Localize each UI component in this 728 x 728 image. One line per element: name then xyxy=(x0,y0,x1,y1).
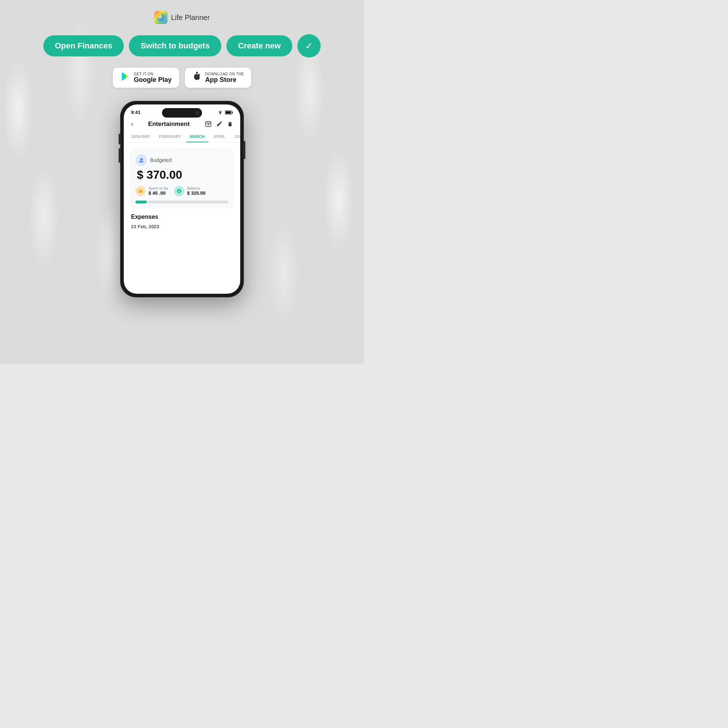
back-button[interactable]: ‹ xyxy=(131,120,133,128)
svg-point-14 xyxy=(140,158,142,160)
expenses-title: Expenses xyxy=(131,214,233,220)
delete-icon[interactable] xyxy=(227,121,233,128)
tab-january[interactable]: JANUARY xyxy=(127,132,154,142)
svg-line-13 xyxy=(209,123,210,124)
app-store-small: Download on the xyxy=(205,72,244,76)
tab-march[interactable]: MARCH xyxy=(186,132,208,142)
calendar-icon[interactable] xyxy=(205,121,212,128)
tab-april[interactable]: APRIL xyxy=(210,132,229,142)
svg-point-3 xyxy=(196,72,198,74)
budget-card: Budgeted $ 370.00 xyxy=(130,148,234,209)
svg-rect-16 xyxy=(139,190,143,193)
create-new-button[interactable]: Create new xyxy=(226,35,292,57)
power-button xyxy=(244,141,245,159)
switch-to-budgets-button[interactable]: Switch to budgets xyxy=(129,35,221,57)
status-icons xyxy=(217,110,233,115)
spent-icon xyxy=(135,186,145,196)
expenses-section: Expenses 23 Feb, 2023 xyxy=(124,214,240,229)
open-finances-button[interactable]: Open Finances xyxy=(43,35,124,57)
apple-icon xyxy=(192,71,202,84)
balance-info: Balance $ 325.00 xyxy=(187,187,206,196)
app-store-large: App Store xyxy=(205,76,244,84)
wifi-icon xyxy=(217,110,223,115)
dynamic-island xyxy=(162,108,202,118)
svg-rect-17 xyxy=(139,191,140,192)
google-play-small: GET IT ON xyxy=(134,72,172,76)
budgeted-label-row: Budgeted xyxy=(135,154,229,166)
camera xyxy=(196,111,199,115)
svg-point-12 xyxy=(208,124,209,125)
svg-point-1 xyxy=(159,15,161,17)
spent-info: Spent so far $ 45 .00 xyxy=(148,187,168,196)
page-title: Entertainment xyxy=(148,121,190,128)
month-tabs: JANUARY FEBRUARY MARCH APRIL JUNE xyxy=(124,132,240,143)
svg-point-0 xyxy=(157,14,165,21)
edit-icon[interactable] xyxy=(216,121,223,127)
phone-outer: 9:41 xyxy=(120,101,244,297)
budget-split-row: Spent so far $ 45 .00 xyxy=(135,186,229,196)
expense-date: 23 Feb, 2023 xyxy=(131,224,233,229)
svg-point-15 xyxy=(142,159,144,160)
status-time: 9:41 xyxy=(131,110,141,115)
battery-icon xyxy=(225,110,233,115)
volume-down-button xyxy=(119,148,120,163)
google-play-icon xyxy=(120,71,130,84)
logo-area: Life Planner xyxy=(154,11,210,24)
actions-row: Open Finances Switch to budgets Create n… xyxy=(43,34,321,58)
app-icon xyxy=(154,11,167,24)
svg-rect-6 xyxy=(232,112,233,113)
spent-value: $ 45 .00 xyxy=(148,190,168,196)
store-badges: GET IT ON Google Play Download on the Ap… xyxy=(113,68,252,88)
google-play-badge[interactable]: GET IT ON Google Play xyxy=(113,68,179,88)
balance-value: $ 325.00 xyxy=(187,190,206,196)
app-name: Life Planner xyxy=(171,14,210,22)
app-store-badge[interactable]: Download on the App Store xyxy=(185,68,252,88)
progress-fill xyxy=(135,200,147,203)
google-play-text: GET IT ON Google Play xyxy=(134,72,172,84)
volume-up-button xyxy=(119,134,120,145)
header-action-icons xyxy=(205,121,233,128)
svg-rect-7 xyxy=(226,111,231,113)
spent-label: Spent so far xyxy=(148,187,168,190)
google-play-large: Google Play xyxy=(134,76,172,84)
budget-amount: $ 370.00 xyxy=(135,168,229,182)
phone-screen: 9:41 xyxy=(124,104,240,294)
balance-label: Balance xyxy=(187,187,206,190)
budgeted-text: Budgeted xyxy=(150,157,172,163)
svg-point-4 xyxy=(220,113,220,114)
spent-item: Spent so far $ 45 .00 xyxy=(135,186,168,196)
check-button[interactable]: ✓ xyxy=(297,34,321,58)
budget-category-icon xyxy=(135,154,147,166)
progress-bar xyxy=(135,200,229,203)
balance-item: Balance $ 325.00 xyxy=(174,186,206,196)
phone-mockup: 9:41 xyxy=(120,101,244,297)
app-store-text: Download on the App Store xyxy=(205,72,244,84)
tab-february[interactable]: FEBRUARY xyxy=(155,132,185,142)
balance-icon xyxy=(174,186,184,196)
tab-june[interactable]: JUNE xyxy=(230,132,240,142)
